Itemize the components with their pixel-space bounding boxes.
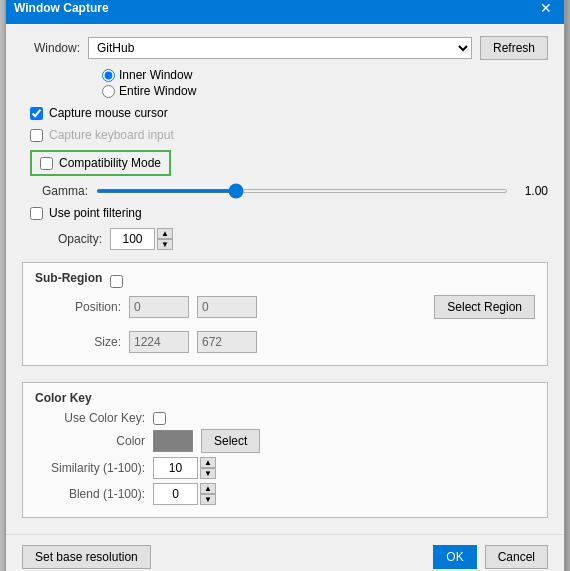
capture-mouse-row: Capture mouse cursor (22, 106, 548, 120)
size-label: Size: (51, 335, 121, 349)
ok-button[interactable]: OK (433, 545, 476, 569)
blend-spinner-buttons: ▲ ▼ (200, 483, 216, 505)
set-base-resolution-button[interactable]: Set base resolution (22, 545, 151, 569)
size-height-input[interactable] (197, 331, 257, 353)
similarity-label: Similarity (1-100): (35, 461, 145, 475)
inner-window-label: Inner Window (119, 68, 192, 82)
sub-region-section: Sub-Region Position: Select Region Size: (22, 262, 548, 366)
similarity-up-button[interactable]: ▲ (200, 457, 216, 468)
use-color-key-row: Use Color Key: (35, 411, 535, 425)
dialog-content: Window: GitHub Refresh Inner Window Enti… (6, 24, 564, 534)
similarity-row: Similarity (1-100): ▲ ▼ (35, 457, 535, 479)
sub-region-fields: Position: Select Region Size: (35, 291, 535, 357)
color-swatch (153, 430, 193, 452)
size-row: Size: (51, 331, 535, 353)
blend-row: Blend (1-100): ▲ ▼ (35, 483, 535, 505)
color-key-title: Color Key (35, 391, 535, 405)
gamma-value: 1.00 (516, 184, 548, 198)
similarity-input[interactable] (153, 457, 198, 479)
select-region-button[interactable]: Select Region (434, 295, 535, 319)
opacity-spinner-buttons: ▲ ▼ (157, 228, 173, 250)
color-row: Color Select (35, 429, 535, 453)
window-select[interactable]: GitHub (88, 37, 472, 59)
gamma-label: Gamma: (30, 184, 88, 198)
capture-keys-checkbox[interactable] (30, 129, 43, 142)
use-color-key-label: Use Color Key: (35, 411, 145, 425)
color-label: Color (35, 434, 145, 448)
inner-window-row: Inner Window (102, 68, 548, 82)
blend-up-button[interactable]: ▲ (200, 483, 216, 494)
close-button[interactable]: ✕ (536, 0, 556, 18)
cancel-button[interactable]: Cancel (485, 545, 548, 569)
title-bar: Window Capture ✕ (6, 0, 564, 24)
blend-label: Blend (1-100): (35, 487, 145, 501)
footer-right-buttons: OK Cancel (433, 545, 548, 569)
entire-window-radio[interactable] (102, 85, 115, 98)
sub-region-header: Sub-Region (35, 271, 535, 291)
capture-keys-label: Capture keyboard input (49, 128, 174, 142)
similarity-spinner: ▲ ▼ (153, 457, 216, 479)
size-width-input[interactable] (129, 331, 189, 353)
opacity-input[interactable]: 100 (110, 228, 155, 250)
compatibility-mode-box: Compatibility Mode (30, 150, 171, 176)
window-capture-dialog: Window Capture ✕ Window: GitHub Refresh … (5, 0, 565, 571)
opacity-row: Opacity: 100 ▲ ▼ (22, 228, 548, 250)
sub-region-checkbox[interactable] (110, 275, 123, 288)
compatibility-mode-label: Compatibility Mode (59, 156, 161, 170)
opacity-spinner: 100 ▲ ▼ (110, 228, 173, 250)
point-filtering-row: Use point filtering (22, 206, 548, 220)
inner-window-radio[interactable] (102, 69, 115, 82)
opacity-down-button[interactable]: ▼ (157, 239, 173, 250)
window-label: Window: (22, 41, 80, 55)
compatibility-mode-section: Compatibility Mode (22, 150, 548, 176)
blend-down-button[interactable]: ▼ (200, 494, 216, 505)
compatibility-mode-checkbox[interactable] (40, 157, 53, 170)
point-filtering-label: Use point filtering (49, 206, 142, 220)
window-row: Window: GitHub Refresh (22, 36, 548, 60)
color-select-button[interactable]: Select (201, 429, 260, 453)
blend-spinner: ▲ ▼ (153, 483, 216, 505)
entire-window-label: Entire Window (119, 84, 196, 98)
position-x-input[interactable] (129, 296, 189, 318)
dialog-footer: Set base resolution OK Cancel (6, 534, 564, 571)
capture-keys-row: Capture keyboard input (22, 128, 548, 142)
sub-region-title: Sub-Region (35, 271, 102, 285)
opacity-up-button[interactable]: ▲ (157, 228, 173, 239)
position-y-input[interactable] (197, 296, 257, 318)
position-label: Position: (51, 300, 121, 314)
position-row: Position: Select Region (51, 295, 535, 319)
capture-mouse-checkbox[interactable] (30, 107, 43, 120)
point-filtering-checkbox[interactable] (30, 207, 43, 220)
similarity-down-button[interactable]: ▼ (200, 468, 216, 479)
capture-mouse-label: Capture mouse cursor (49, 106, 168, 120)
opacity-label: Opacity: (22, 232, 102, 246)
gamma-row: Gamma: 1.00 (22, 184, 548, 198)
entire-window-row: Entire Window (102, 84, 548, 98)
use-color-key-checkbox[interactable] (153, 412, 166, 425)
refresh-button[interactable]: Refresh (480, 36, 548, 60)
dialog-title: Window Capture (14, 1, 109, 15)
blend-input[interactable] (153, 483, 198, 505)
gamma-slider[interactable] (96, 189, 508, 193)
color-key-section: Color Key Use Color Key: Color Select Si… (22, 382, 548, 518)
capture-mode-group: Inner Window Entire Window (22, 68, 548, 98)
similarity-spinner-buttons: ▲ ▼ (200, 457, 216, 479)
